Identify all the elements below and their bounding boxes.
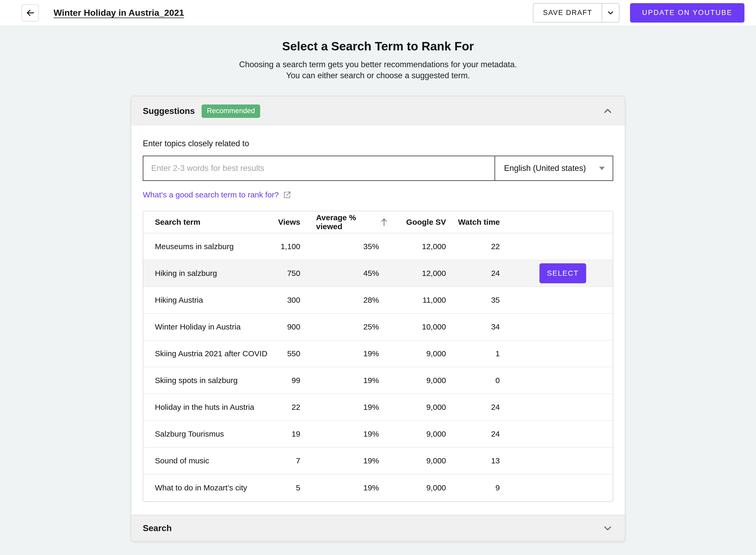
cell-views: 550 xyxy=(271,349,316,358)
cell-google-sv: 12,000 xyxy=(392,269,458,278)
cell-search-term: Skiing spots in salzburg xyxy=(143,376,271,385)
cell-google-sv: 9,000 xyxy=(392,376,458,385)
table-row[interactable]: Winter Holiday in Austria 900 25% 10,000… xyxy=(143,314,613,341)
cell-google-sv: 9,000 xyxy=(392,403,458,412)
cell-google-sv: 10,000 xyxy=(392,323,458,331)
cell-search-term: Holiday in the huts in Austria xyxy=(143,403,271,412)
table-row[interactable]: Skiing spots in salzburg 99 19% 9,000 0 xyxy=(143,367,613,394)
topics-input[interactable] xyxy=(143,156,495,180)
cell-average-viewed: 19% xyxy=(316,483,392,492)
column-header-average-viewed[interactable]: Average % viewed xyxy=(316,213,392,231)
expand-search-button[interactable] xyxy=(602,523,613,534)
cell-search-term: Winter Holiday in Austria xyxy=(143,323,271,331)
collapse-suggestions-button[interactable] xyxy=(602,105,613,117)
cell-google-sv: 9,000 xyxy=(392,349,458,358)
column-header-watch-time[interactable]: Watch time xyxy=(458,218,513,226)
cell-views: 22 xyxy=(271,403,316,412)
topics-input-group: English (United states) xyxy=(143,156,613,181)
table-row[interactable]: Hiking Austria 300 28% 11,000 35 xyxy=(143,287,613,314)
arrow-left-icon xyxy=(26,8,35,17)
cell-watch-time: 24 xyxy=(458,429,513,438)
cell-average-viewed: 19% xyxy=(316,456,392,465)
cell-search-term: Salzburg Tourismus xyxy=(143,429,271,438)
top-bar: Winter Holiday in Austria_2021 SAVE DRAF… xyxy=(0,0,756,26)
cell-average-viewed: 19% xyxy=(316,429,392,438)
column-header-views[interactable]: Views xyxy=(271,218,316,226)
cell-watch-time: 0 xyxy=(458,376,513,385)
help-link[interactable]: What’s a good search term to rank for? xyxy=(143,190,279,199)
cell-average-viewed: 45% xyxy=(316,269,392,278)
table-row[interactable]: What to do in Mozart’s city 5 19% 9,000 … xyxy=(143,474,613,501)
cell-average-viewed: 25% xyxy=(316,323,392,331)
save-draft-split-button: SAVE DRAFT xyxy=(533,3,620,23)
column-header-search-term[interactable]: Search term xyxy=(143,218,271,226)
cell-average-viewed: 28% xyxy=(316,296,392,304)
search-term-card: Suggestions Recommended Enter topics clo… xyxy=(131,96,625,542)
table-row[interactable]: Meuseums in salzburg 1,100 35% 12,000 22 xyxy=(143,233,613,260)
table-row[interactable]: Skiing Austria 2021 after COVID 550 19% … xyxy=(143,341,613,367)
column-header-google-sv[interactable]: Google SV xyxy=(392,218,458,226)
page-subtitle-line1: Choosing a search term gets you better r… xyxy=(0,59,756,70)
language-select[interactable]: English (United states) xyxy=(495,156,613,180)
cell-views: 1,100 xyxy=(271,242,316,251)
table-header-row: Search term Views Average % viewed Googl… xyxy=(143,211,613,233)
cell-search-term: Sound of music xyxy=(143,456,271,465)
cell-views: 300 xyxy=(271,296,316,304)
search-section-header[interactable]: Search xyxy=(131,515,625,541)
cell-search-term: Hiking in salzburg xyxy=(143,269,271,278)
select-caret-icon xyxy=(599,167,605,170)
cell-search-term: What to do in Mozart’s city xyxy=(143,483,271,492)
cell-average-viewed: 19% xyxy=(316,349,392,358)
suggestions-table: Search term Views Average % viewed Googl… xyxy=(143,211,613,502)
cell-average-viewed: 35% xyxy=(316,242,392,251)
cell-watch-time: 1 xyxy=(458,349,513,358)
suggestions-body: Enter topics closely related to English … xyxy=(131,126,625,515)
hero-section: Select a Search Term to Rank For Choosin… xyxy=(0,26,756,542)
recommended-badge: Recommended xyxy=(202,104,260,118)
cell-google-sv: 12,000 xyxy=(392,242,458,251)
topics-label: Enter topics closely related to xyxy=(143,139,613,148)
suggestions-section-title: Suggestions xyxy=(143,106,195,116)
update-on-youtube-button[interactable]: UPDATE ON YOUTUBE xyxy=(630,3,745,23)
save-draft-menu-button[interactable] xyxy=(602,4,619,22)
page-title: Select a Search Term to Rank For xyxy=(0,39,756,53)
cell-action: SELECT xyxy=(513,263,613,283)
table-row[interactable]: Sound of music 7 19% 9,000 13 xyxy=(143,447,613,474)
cell-views: 900 xyxy=(271,323,316,331)
cell-search-term: Meuseums in salzburg xyxy=(143,242,271,251)
save-draft-button[interactable]: SAVE DRAFT xyxy=(533,4,602,22)
external-link-icon xyxy=(283,190,292,199)
cell-views: 5 xyxy=(271,483,316,492)
cell-watch-time: 24 xyxy=(458,403,513,412)
cell-search-term: Skiing Austria 2021 after COVID xyxy=(143,349,271,358)
table-row[interactable]: Holiday in the huts in Austria 22 19% 9,… xyxy=(143,394,613,421)
search-section-title: Search xyxy=(143,523,172,533)
chevron-up-icon xyxy=(602,105,613,117)
cell-watch-time: 24 xyxy=(458,269,513,278)
page-subtitle-line2: You can either search or choose a sugges… xyxy=(0,70,756,81)
select-button[interactable]: SELECT xyxy=(539,263,586,283)
table-row[interactable]: Salzburg Tourismus 19 19% 9,000 24 xyxy=(143,421,613,447)
cell-views: 7 xyxy=(271,456,316,465)
cell-google-sv: 9,000 xyxy=(392,456,458,465)
cell-views: 19 xyxy=(271,429,316,438)
cell-watch-time: 13 xyxy=(458,456,513,465)
language-selected-value: English (United states) xyxy=(504,164,586,173)
suggestions-section-header[interactable]: Suggestions Recommended xyxy=(131,96,625,126)
cell-views: 99 xyxy=(271,376,316,385)
cell-views: 750 xyxy=(271,269,316,278)
table-row[interactable]: Hiking in salzburg 750 45% 12,000 24 SEL… xyxy=(143,260,613,287)
cell-average-viewed: 19% xyxy=(316,376,392,385)
back-button[interactable] xyxy=(21,4,39,22)
chevron-down-icon xyxy=(602,523,613,534)
cell-watch-time: 34 xyxy=(458,323,513,331)
video-title-link[interactable]: Winter Holiday in Austria_2021 xyxy=(53,8,184,18)
cell-google-sv: 11,000 xyxy=(392,296,458,304)
cell-google-sv: 9,000 xyxy=(392,483,458,492)
cell-google-sv: 9,000 xyxy=(392,429,458,438)
cell-watch-time: 22 xyxy=(458,242,513,251)
chevron-down-icon xyxy=(607,9,615,17)
table-body: Meuseums in salzburg 1,100 35% 12,000 22… xyxy=(143,233,613,501)
cell-search-term: Hiking Austria xyxy=(143,296,271,304)
column-header-average-viewed-label: Average % viewed xyxy=(316,213,376,231)
